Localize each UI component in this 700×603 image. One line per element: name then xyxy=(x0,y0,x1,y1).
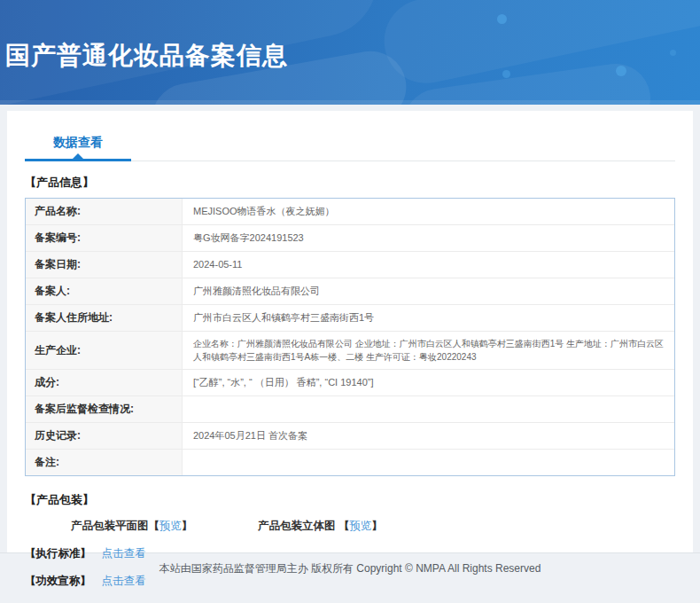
field-label: 成分: xyxy=(26,370,183,395)
section-standard-heading: 【执行标准】 xyxy=(25,547,91,560)
field-label: 产品名称: xyxy=(26,199,183,224)
table-row-registrant: 备案人: 广州雅颜清照化妆品有限公司 xyxy=(26,278,674,304)
field-label: 备注: xyxy=(26,450,183,475)
packaging-3d-item: 产品包装立体图 【预览】 xyxy=(258,520,383,532)
page-title: 国产普通化妆品备案信息 xyxy=(0,0,700,73)
tab-data-view-label: 数据查看 xyxy=(53,135,103,149)
content-card: 数据查看 【产品信息】 产品名称: MEJISOO物语香水（夜之妩媚） 备案编号… xyxy=(7,111,693,552)
table-row-remarks: 备注: xyxy=(26,449,674,475)
field-value: 广州雅颜清照化妆品有限公司 xyxy=(183,278,674,304)
field-value: MEJISOO物语香水（夜之妩媚） xyxy=(183,199,674,224)
bracket-close: 】 xyxy=(371,520,383,532)
standard-view-link[interactable]: 点击查看 xyxy=(101,547,145,560)
section-packaging-heading: 【产品包装】 xyxy=(25,492,675,508)
footer-copyright-text: 本站由国家药品监督管理局主办 版权所有 Copyright © NMPA All… xyxy=(159,562,541,575)
table-row-product-name: 产品名称: MEJISOO物语香水（夜之妩媚） xyxy=(26,199,674,224)
table-row-supervision: 备案后监督检查情况: xyxy=(26,395,674,422)
table-row-ingredients: 成分: [“乙醇”, “水”, “ （日用） 香精”, “CI 19140”] xyxy=(26,369,674,395)
table-row-record-date: 备案日期: 2024-05-11 xyxy=(26,251,674,278)
packaging-3d-preview-link[interactable]: 预览 xyxy=(349,520,371,532)
field-label: 备案人: xyxy=(26,278,183,304)
tab-data-view[interactable]: 数据查看 xyxy=(25,127,131,161)
packaging-flat-item: 产品包装平面图【预览】 xyxy=(71,520,196,532)
field-value: [“乙醇”, “水”, “ （日用） 香精”, “CI 19140”] xyxy=(183,370,674,395)
field-label: 历史记录: xyxy=(26,423,183,449)
section-product-info-heading: 【产品信息】 xyxy=(25,175,675,191)
page-header: 国产普通化妆品备案信息 xyxy=(0,0,700,105)
packaging-row: 产品包装平面图【预览】 产品包装立体图 【预览】 xyxy=(71,519,675,534)
bracket-close: 】 xyxy=(182,520,193,532)
field-value: 企业名称：广州雅颜清照化妆品有限公司 企业地址：广州市白云区人和镇鹤亭村三盛南街… xyxy=(183,332,674,369)
header-bottom-edge xyxy=(0,100,700,105)
product-info-table: 产品名称: MEJISOO物语香水（夜之妩媚） 备案编号: 粤G妆网备字2024… xyxy=(25,198,675,476)
section-efficacy-heading: 【功效宣称】 xyxy=(25,575,91,587)
table-row-history: 历史记录: 2024年05月21日 首次备案 xyxy=(26,422,674,449)
page: 国产普通化妆品备案信息 数据查看 【产品信息】 产品名称: MEJISOO物语香… xyxy=(0,0,700,603)
bracket-open: 【 xyxy=(149,520,160,532)
packaging-flat-label: 产品包装平面图 xyxy=(71,520,149,532)
field-value: 2024-05-11 xyxy=(183,252,674,278)
efficacy-view-link[interactable]: 点击查看 xyxy=(101,575,145,587)
table-row-manufacturer: 生产企业: 企业名称：广州雅颜清照化妆品有限公司 企业地址：广州市白云区人和镇鹤… xyxy=(26,331,674,369)
table-row-registrant-address: 备案人住所地址: 广州市白云区人和镇鹤亭村三盛南街西1号 xyxy=(26,304,674,331)
field-label: 备案人住所地址: xyxy=(26,305,183,331)
field-value xyxy=(183,396,674,422)
tab-bar: 数据查看 xyxy=(25,127,675,161)
tab-caret-icon xyxy=(73,153,83,159)
packaging-flat-preview-link[interactable]: 预览 xyxy=(159,520,182,532)
field-value: 2024年05月21日 首次备案 xyxy=(183,423,674,449)
table-row-record-number: 备案编号: 粤G妆网备字2024191523 xyxy=(26,224,674,251)
field-value: 粤G妆网备字2024191523 xyxy=(183,225,674,251)
bracket-open: 【 xyxy=(338,520,350,532)
field-value xyxy=(183,450,674,475)
field-label: 备案编号: xyxy=(26,225,183,251)
field-value: 广州市白云区人和镇鹤亭村三盛南街西1号 xyxy=(183,305,674,331)
field-label: 备案日期: xyxy=(26,252,183,278)
field-label: 备案后监督检查情况: xyxy=(26,396,183,422)
packaging-3d-label: 产品包装立体图 xyxy=(258,520,338,532)
field-label: 生产企业: xyxy=(26,332,183,369)
